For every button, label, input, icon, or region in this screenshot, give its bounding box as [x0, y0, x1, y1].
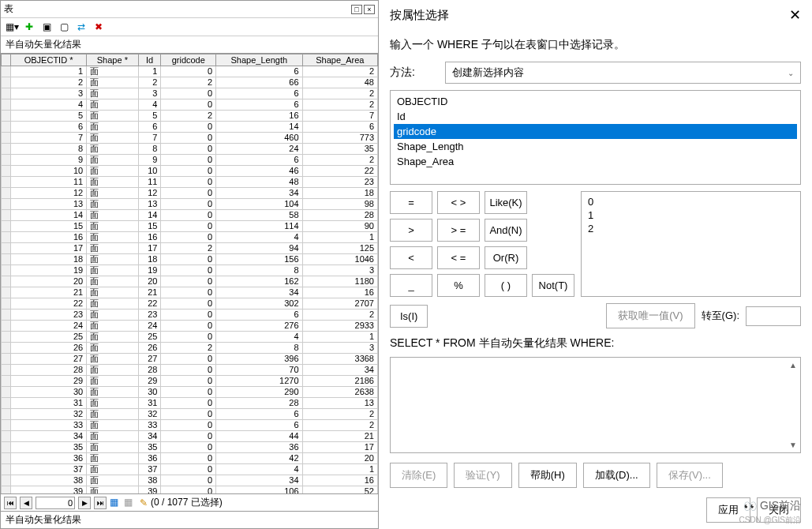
table-row[interactable]: 33面33062 — [2, 420, 378, 431]
table-row[interactable]: 39面39010652 — [2, 486, 378, 494]
table-row[interactable]: 7面70460773 — [2, 133, 378, 144]
sql-textarea[interactable]: ▲ ▼ — [390, 357, 801, 453]
table-row[interactable]: 4面4062 — [2, 99, 378, 111]
table-row[interactable]: 15面15011490 — [2, 221, 378, 232]
load-button[interactable]: 加载(D)... — [583, 463, 650, 488]
unique-values-list[interactable]: 012 — [581, 191, 801, 297]
table-row[interactable]: 24面2402762933 — [2, 321, 378, 332]
table-row[interactable]: 16面16041 — [2, 232, 378, 243]
column-header[interactable]: OBJECTID * — [11, 54, 87, 66]
paren-button[interactable]: ( ) — [485, 274, 527, 297]
table-row[interactable]: 20面2001621180 — [2, 276, 378, 287]
table-row[interactable]: 28面2807034 — [2, 365, 378, 376]
column-header[interactable]: Shape_Length — [216, 54, 303, 66]
save-button[interactable]: 保存(V)... — [657, 463, 723, 488]
table-row[interactable]: 38面3803416 — [2, 475, 378, 486]
le-button[interactable]: < = — [437, 246, 480, 269]
table-row[interactable]: 10面1004622 — [2, 166, 378, 177]
ne-button[interactable]: < > — [437, 191, 480, 214]
show-all-icon[interactable]: ▦ — [110, 497, 122, 509]
close-icon[interactable]: × — [364, 5, 375, 14]
table-row[interactable]: 5面52167 — [2, 111, 378, 122]
table-tab[interactable]: 半自动矢量化结果 — [1, 36, 378, 54]
column-header[interactable]: Shape_Area — [302, 54, 377, 66]
table-row[interactable]: 12面1203418 — [2, 188, 378, 199]
table-row[interactable]: 3面3062 — [2, 88, 378, 99]
value-item[interactable]: 0 — [588, 195, 794, 208]
is-button[interactable]: Is(I) — [390, 305, 428, 328]
column-header[interactable]: gridcode — [161, 54, 216, 66]
not-button[interactable]: Not(T) — [532, 274, 574, 297]
minimize-icon[interactable]: □ — [351, 5, 362, 14]
method-select[interactable]: 创建新选择内容 ⌄ — [445, 62, 801, 84]
page-input[interactable] — [36, 497, 75, 509]
percent-button[interactable]: % — [437, 274, 480, 297]
get-unique-values-button[interactable]: 获取唯一值(V) — [606, 303, 694, 328]
like-button[interactable]: Like(K) — [485, 191, 527, 214]
underscore-button[interactable]: _ — [390, 274, 432, 297]
table-row[interactable]: 9面9062 — [2, 155, 378, 166]
field-item[interactable]: Shape_Area — [394, 154, 797, 169]
lt-button[interactable]: < — [390, 246, 432, 269]
apply-button[interactable]: 应用 — [706, 497, 750, 523]
table-row[interactable]: 29面29012702186 — [2, 376, 378, 387]
goto-input[interactable] — [746, 306, 801, 326]
table-row[interactable]: 35面3503617 — [2, 442, 378, 453]
table-row[interactable]: 31面3102813 — [2, 398, 378, 409]
table-row[interactable]: 36面3604220 — [2, 453, 378, 464]
column-header[interactable]: Id — [138, 54, 161, 66]
last-button[interactable]: ⏭ — [94, 497, 107, 509]
add-icon[interactable]: ✚ — [23, 21, 36, 33]
delete-icon[interactable]: ✖ — [92, 21, 105, 33]
table-row[interactable]: 23面23062 — [2, 310, 378, 321]
scroll-up-icon[interactable]: ▲ — [789, 361, 797, 370]
table-row[interactable]: 26面26283 — [2, 343, 378, 354]
prev-button[interactable]: ◀ — [20, 497, 32, 509]
table-row[interactable]: 30面3002902638 — [2, 387, 378, 398]
and-button[interactable]: And(N) — [485, 219, 527, 242]
close-button[interactable]: 关闭 — [757, 497, 801, 523]
field-item[interactable]: gridcode — [394, 124, 797, 139]
bottom-tab[interactable]: 半自动矢量化结果 — [1, 511, 378, 528]
table-row[interactable]: 1面1062 — [2, 66, 378, 77]
table-row[interactable]: 17面17294125 — [2, 243, 378, 254]
table-row[interactable]: 11面1104823 — [2, 177, 378, 188]
table-row[interactable]: 2面226648 — [2, 77, 378, 88]
table-row[interactable]: 13面13010498 — [2, 199, 378, 210]
edit-icon[interactable]: ✎ — [140, 497, 148, 508]
value-item[interactable]: 1 — [588, 208, 794, 222]
table-row[interactable]: 18面1801561046 — [2, 254, 378, 265]
field-list[interactable]: OBJECTIDIdgridcodeShape_LengthShape_Area — [390, 90, 801, 185]
table-scroll[interactable]: OBJECTID *Shape *IdgridcodeShape_LengthS… — [1, 54, 378, 493]
table-row[interactable]: 27面2703963368 — [2, 354, 378, 365]
value-item[interactable]: 2 — [588, 222, 794, 235]
or-button[interactable]: Or(R) — [485, 246, 527, 269]
table-row[interactable]: 21面2103416 — [2, 287, 378, 298]
table-row[interactable]: 32面32062 — [2, 409, 378, 420]
show-selected-icon[interactable]: ▦ — [124, 497, 137, 509]
ge-button[interactable]: > = — [437, 219, 480, 242]
first-button[interactable]: ⏮ — [4, 497, 17, 509]
field-item[interactable]: OBJECTID — [394, 94, 797, 109]
help-button[interactable]: 帮助(H) — [518, 463, 577, 488]
scroll-down-icon[interactable]: ▼ — [789, 441, 797, 449]
table-row[interactable]: 6面60146 — [2, 122, 378, 133]
table-row[interactable]: 22面2203022707 — [2, 298, 378, 310]
field-item[interactable]: Shape_Length — [394, 139, 797, 154]
table-row[interactable]: 8面802435 — [2, 144, 378, 155]
column-header[interactable]: Shape * — [87, 54, 138, 66]
table-row[interactable]: 34面3404421 — [2, 431, 378, 442]
next-button[interactable]: ▶ — [78, 497, 91, 509]
table-row[interactable]: 25面25041 — [2, 332, 378, 343]
clear-button[interactable]: 清除(E) — [390, 463, 447, 488]
table-row[interactable]: 19面19083 — [2, 265, 378, 276]
close-icon[interactable]: ✕ — [789, 6, 801, 24]
verify-button[interactable]: 验证(Y) — [454, 463, 511, 488]
gt-button[interactable]: > — [390, 219, 432, 242]
menu-icon[interactable]: ▦▾ — [6, 21, 18, 33]
field-item[interactable]: Id — [394, 109, 797, 124]
clear-selection-icon[interactable]: ▢ — [58, 21, 70, 33]
table-row[interactable]: 37面37041 — [2, 464, 378, 475]
switch-icon[interactable]: ⇄ — [75, 21, 88, 33]
eq-button[interactable]: = — [390, 191, 432, 214]
